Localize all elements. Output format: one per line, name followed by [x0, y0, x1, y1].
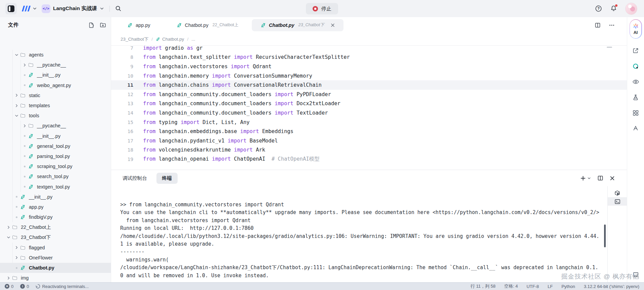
share-export-icon[interactable]: [632, 47, 639, 54]
sparkle-icon: [633, 23, 639, 29]
ai-assistant-button[interactable]: AI: [630, 19, 642, 39]
project-switcher[interactable]: </> LangChain 实战课: [42, 4, 104, 13]
tree-item[interactable]: tools: [0, 111, 111, 121]
terminal-output[interactable]: >> from langchain_community.vectorstores…: [111, 201, 605, 282]
tree-item[interactable]: __init__.py: [0, 131, 111, 141]
code-line[interactable]: 18from volcenginesdkarkruntime import Ar…: [111, 146, 627, 155]
line-number: 18: [111, 147, 133, 153]
tree-item[interactable]: general_tool.py: [0, 141, 111, 151]
tab-terminal[interactable]: 终端: [156, 173, 178, 184]
code-line[interactable]: 14from langchain_community.document_load…: [111, 108, 627, 118]
chevron-right-icon[interactable]: [21, 63, 28, 67]
breadcrumb-folder[interactable]: 23_Chatbot下: [121, 36, 148, 42]
tree-item[interactable]: __pycache__: [0, 60, 111, 70]
split-editor-icon[interactable]: [595, 22, 601, 28]
tree-item[interactable]: OneFlower: [0, 253, 111, 263]
tree-item[interactable]: static: [0, 90, 111, 100]
chevron-right-icon[interactable]: [13, 103, 19, 108]
code-line[interactable]: 8from langchain.text_splitter import Rec…: [111, 53, 627, 62]
encoding-setting[interactable]: UTF-8: [526, 284, 539, 289]
close-tab-icon[interactable]: [331, 23, 335, 27]
terminal-type-dropdown-icon[interactable]: [587, 176, 591, 180]
split-terminal-icon[interactable]: [597, 175, 603, 181]
new-file-icon[interactable]: [88, 22, 94, 28]
search-icon[interactable]: [115, 5, 122, 12]
tree-item[interactable]: app.py: [0, 202, 111, 212]
code-editor[interactable]: 7import gradio as gr8from langchain.text…: [111, 46, 627, 170]
cursor-position[interactable]: 行 11，列 58: [470, 283, 495, 289]
editor-scrollbar-thumb[interactable]: [607, 47, 612, 48]
help-icon[interactable]: ?: [595, 5, 602, 12]
tree-item[interactable]: search_tool.py: [0, 171, 111, 181]
more-actions-icon[interactable]: [609, 22, 615, 28]
line-number: 14: [111, 110, 133, 116]
chevron-down-icon[interactable]: [13, 53, 19, 57]
new-folder-icon[interactable]: [100, 22, 106, 28]
app-menu[interactable]: [21, 5, 37, 12]
chevron-right-icon[interactable]: [5, 225, 11, 230]
breadcrumb-symbol[interactable]: ...: [191, 37, 195, 42]
chevron-down-icon[interactable]: [5, 235, 11, 240]
language-mode[interactable]: Python: [561, 284, 575, 289]
code-line[interactable]: 15from typing import Dict, List, Any: [111, 118, 627, 127]
eol-setting[interactable]: LF: [548, 284, 553, 289]
tree-item[interactable]: Chatbot.py: [0, 263, 111, 273]
tab-debug-console[interactable]: 调试控制台: [123, 175, 147, 181]
tree-item[interactable]: __pycache__: [0, 121, 111, 131]
code-review-eye-icon[interactable]: [632, 78, 639, 85]
code-line[interactable]: 12from langchain_community.document_load…: [111, 90, 627, 99]
tree-item[interactable]: 22_Chatbot上: [0, 222, 111, 232]
terminal-scrollbar-thumb[interactable]: [604, 224, 606, 247]
warning-indicator[interactable]: ! 0: [20, 284, 29, 289]
code-line-current[interactable]: 11from langchain.chains import Conversat…: [111, 80, 627, 90]
stop-button[interactable]: 停止: [306, 3, 338, 14]
notifications-bell-icon[interactable]: [610, 5, 617, 12]
code-line[interactable]: 7import gradio as gr: [111, 46, 627, 53]
tab-label: Chatbot.py: [269, 23, 294, 28]
chevron-right-icon[interactable]: [13, 255, 19, 260]
new-terminal-icon[interactable]: [580, 175, 586, 181]
tree-item[interactable]: textgen_tool.py: [0, 181, 111, 192]
breadcrumb-file[interactable]: Chatbot.py: [156, 37, 184, 42]
chevron-right-icon[interactable]: [5, 276, 11, 280]
extensions-grid-icon[interactable]: [632, 110, 639, 116]
code-line[interactable]: 19from langchain_openai import ChatOpenA…: [111, 155, 627, 164]
tab-dir-label: 23_Chatbot下: [298, 22, 324, 28]
tree-item[interactable]: 23_Chatbot下: [0, 232, 111, 242]
chevron-down-icon[interactable]: [13, 114, 19, 118]
code-line[interactable]: 16from langchain.embeddings.base import …: [111, 127, 627, 136]
activity-status[interactable]: Reactivating terminals...: [36, 284, 89, 289]
tree-item[interactable]: __init__.py: [0, 192, 111, 202]
tree-item[interactable]: scraping_tool.py: [0, 161, 111, 171]
test-flask-icon[interactable]: [632, 94, 639, 101]
sidebar-toggle-button[interactable]: [5, 3, 17, 14]
code-line[interactable]: 13from langchain_community.document_load…: [111, 99, 627, 109]
terminal-session-shell[interactable]: $: [608, 189, 627, 197]
live-preview-icon[interactable]: [632, 63, 639, 70]
error-indicator[interactable]: ✕ 0: [5, 284, 13, 289]
avatar[interactable]: [625, 3, 637, 15]
tree-item[interactable]: weibo_agent.py: [0, 80, 111, 90]
tree-item[interactable]: img: [0, 273, 111, 282]
tree-item[interactable]: templates: [0, 100, 111, 111]
tree-item[interactable]: findbigV.py: [0, 212, 111, 222]
layout-panel-icon: [8, 5, 14, 12]
code-line[interactable]: 9from langchain.vectorstores import Qdra…: [111, 62, 627, 71]
close-panel-icon[interactable]: [610, 176, 615, 181]
terminal-session-active[interactable]: [608, 197, 627, 206]
typography-icon[interactable]: [632, 125, 639, 132]
python-interpreter[interactable]: 3.12.2 64-bit ('shims': pyenv): [584, 284, 639, 289]
tree-item[interactable]: flagged: [0, 243, 111, 253]
indentation-setting[interactable]: 空格: 4: [504, 283, 518, 289]
code-line[interactable]: 10from langchain.memory import Conversat…: [111, 71, 627, 81]
tree-item[interactable]: agents: [0, 50, 111, 60]
tab-app-py[interactable]: app.py: [119, 19, 163, 31]
tab-chatbot-py-23[interactable]: Chatbot.py 23_Chatbot下: [252, 19, 343, 31]
tree-item[interactable]: parsing_tool.py: [0, 151, 111, 161]
tab-chatbot-py-22[interactable]: Chatbot.py 22_Chatbot上: [168, 19, 247, 31]
chevron-right-icon[interactable]: [21, 124, 28, 128]
code-line[interactable]: 17from langchain.pydantic_v1 import Base…: [111, 136, 627, 146]
tree-item[interactable]: __init__.py: [0, 70, 111, 80]
chevron-right-icon[interactable]: [13, 245, 19, 250]
chevron-right-icon[interactable]: [13, 93, 19, 97]
